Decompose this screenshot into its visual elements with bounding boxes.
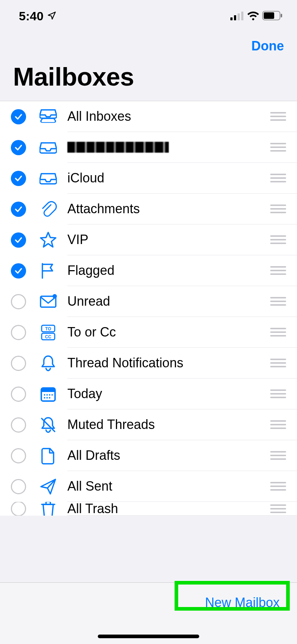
row-body: Muted Threads bbox=[67, 409, 297, 440]
svg-rect-5 bbox=[264, 12, 274, 19]
drag-handle-icon[interactable] bbox=[270, 297, 286, 306]
document-icon bbox=[38, 447, 58, 465]
mailbox-row[interactable]: All Inboxes bbox=[0, 101, 297, 132]
selection-checkbox[interactable] bbox=[11, 417, 26, 433]
calendar-icon bbox=[38, 385, 58, 403]
selection-checkbox[interactable] bbox=[11, 356, 26, 371]
selection-checkbox[interactable] bbox=[11, 263, 26, 278]
cellular-icon bbox=[230, 9, 244, 23]
bell-icon bbox=[38, 355, 58, 372]
selection-checkbox[interactable] bbox=[11, 232, 26, 248]
row-body: VIP bbox=[67, 224, 297, 255]
page-title: Mailboxes bbox=[0, 60, 297, 101]
row-body: All Sent bbox=[67, 471, 297, 502]
selection-checkbox[interactable] bbox=[11, 140, 26, 155]
paperplane-icon bbox=[38, 478, 58, 495]
row-body: iCloud bbox=[67, 163, 297, 194]
row-body: Thread Notifications bbox=[67, 348, 297, 379]
drag-handle-icon[interactable] bbox=[270, 389, 286, 398]
selection-checkbox[interactable] bbox=[11, 294, 26, 309]
drag-handle-icon[interactable] bbox=[270, 328, 286, 337]
row-body: Flagged bbox=[67, 255, 297, 286]
drag-handle-icon[interactable] bbox=[270, 266, 286, 275]
drag-handle-icon[interactable] bbox=[270, 420, 286, 429]
drag-handle-icon[interactable] bbox=[270, 235, 286, 244]
svg-rect-0 bbox=[230, 17, 233, 20]
selection-checkbox[interactable] bbox=[11, 202, 26, 217]
mailbox-label: Muted Threads bbox=[67, 417, 270, 432]
mailbox-row[interactable]: iCloud bbox=[0, 163, 297, 194]
selection-checkbox[interactable] bbox=[11, 387, 26, 402]
nav-bar: Done bbox=[0, 32, 297, 60]
selection-checkbox[interactable] bbox=[11, 448, 26, 463]
drag-handle-icon[interactable] bbox=[270, 482, 286, 491]
drag-handle-icon[interactable] bbox=[270, 205, 286, 213]
mailbox-label-redacted bbox=[67, 142, 169, 153]
inboxes-icon bbox=[38, 108, 58, 125]
tray-icon bbox=[38, 170, 58, 187]
row-body: Today bbox=[67, 379, 297, 409]
mailbox-row[interactable]: Unread bbox=[0, 286, 297, 317]
drag-handle-icon[interactable] bbox=[270, 451, 286, 460]
mailbox-label: All Drafts bbox=[67, 448, 270, 463]
row-body: All Drafts bbox=[67, 440, 297, 471]
mailbox-row[interactable]: To or Cc bbox=[0, 317, 297, 348]
mailbox-label: All Inboxes bbox=[67, 109, 270, 124]
selection-checkbox[interactable] bbox=[11, 171, 26, 186]
battery-icon bbox=[262, 9, 283, 23]
tray-icon bbox=[38, 139, 58, 156]
mailbox-row[interactable]: Muted Threads bbox=[0, 409, 297, 440]
mailbox-row[interactable] bbox=[0, 132, 297, 163]
selection-checkbox[interactable] bbox=[11, 502, 26, 516]
paperclip-icon bbox=[38, 201, 58, 218]
drag-handle-icon[interactable] bbox=[270, 143, 286, 152]
flag-icon bbox=[38, 262, 58, 280]
row-body bbox=[67, 132, 297, 163]
trash-icon bbox=[38, 502, 58, 516]
mailbox-label: All Sent bbox=[67, 479, 270, 494]
to-cc-icon bbox=[38, 324, 58, 341]
mailbox-label: Today bbox=[67, 386, 270, 401]
mailbox-row[interactable]: Attachments bbox=[0, 194, 297, 224]
drag-handle-icon[interactable] bbox=[270, 359, 286, 367]
selection-checkbox[interactable] bbox=[11, 325, 26, 340]
envelope-badge-icon bbox=[38, 293, 58, 310]
row-body: Unread bbox=[67, 286, 297, 317]
mailbox-row[interactable]: All Drafts bbox=[0, 440, 297, 471]
mailbox-label: Thread Notifications bbox=[67, 355, 270, 371]
row-body: To or Cc bbox=[67, 317, 297, 348]
mailbox-row[interactable]: VIP bbox=[0, 224, 297, 255]
done-button[interactable]: Done bbox=[250, 32, 285, 60]
mailbox-label: All Trash bbox=[67, 502, 270, 516]
bell-slash-icon bbox=[38, 416, 58, 434]
mailbox-label: To or Cc bbox=[67, 325, 270, 340]
status-time: 5:40 bbox=[19, 9, 43, 23]
wifi-icon bbox=[247, 9, 259, 23]
svg-rect-3 bbox=[241, 12, 243, 20]
row-body: All Trash bbox=[67, 502, 297, 516]
drag-handle-icon[interactable] bbox=[270, 112, 286, 121]
mailbox-row[interactable]: All Sent bbox=[0, 471, 297, 502]
status-bar: 5:40 bbox=[0, 0, 297, 32]
svg-rect-6 bbox=[281, 14, 282, 17]
mailbox-label: Attachments bbox=[67, 201, 270, 216]
mailbox-label: Unread bbox=[67, 294, 270, 309]
selection-checkbox[interactable] bbox=[11, 109, 26, 124]
mailbox-row[interactable]: Thread Notifications bbox=[0, 348, 297, 379]
mailbox-label: VIP bbox=[67, 232, 270, 247]
new-mailbox-button[interactable]: New Mailbox bbox=[198, 592, 286, 613]
mailbox-label: Flagged bbox=[67, 263, 270, 278]
drag-handle-icon[interactable] bbox=[270, 174, 286, 182]
mailbox-row[interactable]: All Trash bbox=[0, 502, 297, 516]
mailbox-row[interactable]: Today bbox=[0, 379, 297, 409]
location-icon bbox=[47, 9, 57, 23]
svg-rect-2 bbox=[238, 13, 240, 20]
selection-checkbox[interactable] bbox=[11, 479, 26, 494]
mailbox-label: iCloud bbox=[67, 170, 270, 186]
drag-handle-icon[interactable] bbox=[270, 504, 286, 513]
svg-rect-1 bbox=[234, 15, 236, 20]
mailbox-row[interactable]: Flagged bbox=[0, 255, 297, 286]
star-icon bbox=[38, 231, 58, 249]
row-body: All Inboxes bbox=[67, 101, 297, 132]
row-body: Attachments bbox=[67, 194, 297, 224]
